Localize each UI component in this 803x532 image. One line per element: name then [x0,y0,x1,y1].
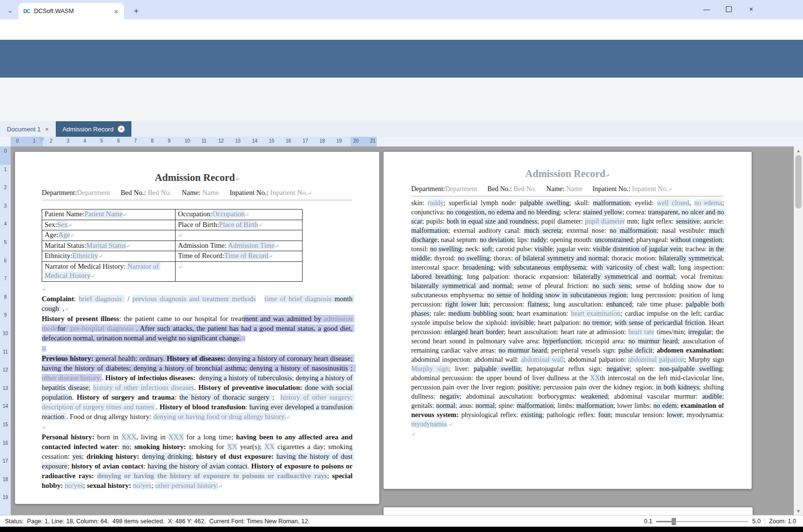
text-run[interactable]: sexual history: [87,482,131,489]
text-run[interactable]: ; muscular tension: [610,411,667,419]
text-run[interactable]: other disease history [42,374,102,382]
text-run[interactable]: skin: [411,199,428,207]
horizontal-ruler[interactable]: 0123456789101112131415161718192021 [0,137,803,146]
text-run[interactable]: malformation [516,402,553,409]
text-run[interactable]: ; [493,264,498,271]
document-canvas[interactable]: Admission Record↵ Department:Department … [11,146,794,515]
window-close-button[interactable]: × [740,0,762,18]
text-run[interactable]: ; [610,319,615,326]
text-run[interactable]: much secreta [524,227,562,234]
text-run[interactable]: , [61,305,64,312]
text-run[interactable]: ↵ [668,186,672,192]
text-run[interactable]: born in [95,433,121,441]
text-run[interactable]: no murmur heard [498,347,547,354]
text-run[interactable]: . [72,393,77,401]
text-run[interactable]: History of blood transfusion [160,403,245,411]
text-run[interactable]: Inpatient No. [632,185,668,193]
text-run[interactable]: sensitive [676,218,700,225]
text-run[interactable]: history of avian contact [71,462,144,470]
paragraph[interactable]: skin: ruddy; superficial lymph node: pal… [411,198,724,429]
text-run[interactable]: ; rale time phase: [632,301,686,308]
text-run[interactable]: Name [566,185,584,193]
text-run[interactable]: ; [351,364,356,372]
text-run[interactable]: no [122,443,129,451]
vertical-ruler[interactable]: 012345678910111213141516171819 [0,146,11,515]
text-run[interactable]: ; heart palpation: [534,319,583,326]
text-run[interactable]: history of other infectious diseases [93,384,194,391]
text-run[interactable]: well closed [657,199,690,207]
window-maximize-button[interactable] [718,0,740,18]
table-cell[interactable]: Place of Birth:Place of Birth↵ [176,220,303,230]
text-run[interactable]: labored breathing [411,273,461,280]
table-cell[interactable]: Ethnicity:Ethnicity↵ [42,251,176,262]
text-run[interactable]: both in equal size and roundness [447,218,537,225]
text-run[interactable]: with sense of pericardial friction [614,319,705,326]
text-run[interactable]: ; Murphy sign [684,356,725,363]
text-run[interactable]: ; [327,472,332,480]
text-run[interactable]: bilaterally symmetrical and normal [573,273,675,280]
text-run[interactable]: ↵ [269,253,273,259]
text-run[interactable]: abdominal wall [521,356,563,363]
text-run[interactable]: brief diagnosis [79,295,125,303]
text-run[interactable]: pre-hospital diagnosis [68,324,136,332]
paragraph[interactable]: Previous history: general health: ordina… [42,354,353,422]
text-run[interactable]: hyperfunction [543,338,581,345]
text-run[interactable]: denying a history of bronchial asthma [133,364,245,372]
text-run[interactable]: ; spleen: [629,365,659,372]
text-run[interactable]: ↵ [70,232,74,238]
text-run[interactable]: visible [534,245,552,253]
text-run[interactable]: : the patient came to our hospital for t… [119,315,243,322]
text-run[interactable]: with subcutaneous emphysema [498,264,586,271]
text-run[interactable]: Age [58,231,70,239]
text-run[interactable]: Time of Record [224,252,268,259]
text-run[interactable]: ↵ [449,421,453,427]
text-run[interactable]: medium bubbling soun [448,310,512,317]
text-run[interactable]: ↵ [126,243,130,249]
text-run[interactable]: ; tricuspid area: [581,338,628,345]
text-run[interactable]: ruddy [530,236,546,243]
text-run[interactable]: ; percussion pain over the kidney region… [539,384,656,391]
text-run[interactable] [256,295,265,303]
text-run[interactable]: Murphy sign [411,365,449,372]
text-run[interactable]: ; nasal vestibule: [657,227,709,234]
text-run[interactable]: ; [351,355,354,362]
text-run[interactable]: Occupation [212,210,245,218]
page-title[interactable]: Admission Record↵ [411,167,724,181]
text-run[interactable]: ; peripheral vessels sign: [547,347,618,354]
text-run[interactable]: for [57,324,68,332]
text-run[interactable]: , living in [136,433,168,441]
text-run[interactable]: abdomen examination: [657,347,724,354]
patient-info-table[interactable]: Patient Name:Patient Name↵Occupation:Occ… [42,209,303,282]
tab-search-chevron-icon[interactable]: ⌄ [4,4,16,16]
text-run[interactable]: , [689,199,694,207]
text-run[interactable]: history of dust exposure: [196,452,273,460]
text-run[interactable]: ; [245,364,250,372]
text-run[interactable]: ; [67,462,71,470]
text-run[interactable]: ↵ [42,286,46,292]
text-run[interactable]: Admission Time: [178,242,228,249]
text-run[interactable]: : [74,295,79,303]
paragraph[interactable]: ↵ [42,422,353,432]
text-run[interactable]: non-palpable swelling [659,365,722,372]
text-run[interactable]: pulse deficit [618,347,652,354]
text-run[interactable]: visible distention of jugular vein [593,245,681,253]
doc-tab-admission-record[interactable]: Admission Record× [56,121,132,137]
text-run[interactable]: Patient Name: [45,210,85,218]
text-run[interactable]: Ethnicity [72,252,98,259]
scroll-up-icon[interactable]: ▲ [794,146,803,155]
text-run[interactable]: times/min; [654,328,688,336]
text-run[interactable]: bilaterally symmetrical [659,255,722,262]
text-run[interactable]: Department [77,189,110,196]
table-cell[interactable]: ↵ [176,230,303,241]
text-run[interactable]: abdominal palpation [628,356,684,363]
text-run[interactable]: negativ [440,393,460,400]
text-run[interactable]: the history of thoracic surgery [179,393,273,401]
table-cell[interactable]: Marital Status:Marital Status↵ [42,241,176,251]
text-run[interactable]: normal [436,402,455,409]
text-run[interactable]: audible [702,393,722,400]
text-run[interactable]: normal [475,402,495,409]
text-run[interactable]: no tremor [583,319,610,326]
text-run[interactable]: ; myodynamia: [682,411,726,419]
text-run[interactable]: ; neck: [462,245,482,253]
new-tab-button[interactable]: + [130,5,143,17]
